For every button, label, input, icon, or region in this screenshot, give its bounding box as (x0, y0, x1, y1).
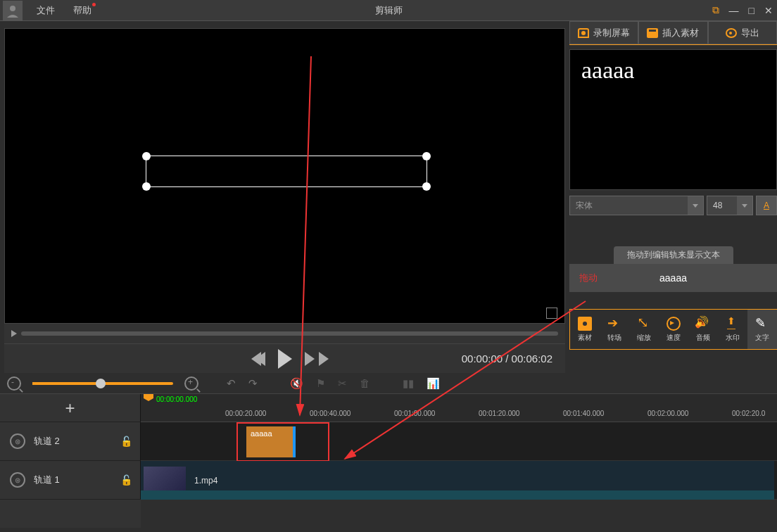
delete-icon[interactable]: 🗑 (360, 377, 370, 390)
text-input[interactable]: aaaaa (569, 49, 777, 190)
preview-area (4, 28, 565, 324)
popout-icon[interactable]: ⧉ (712, 4, 719, 16)
track-1-lane[interactable]: 1.mp4 (141, 461, 777, 500)
watermark-icon (726, 317, 740, 331)
mini-play-icon[interactable] (11, 330, 17, 337)
export-button[interactable]: 导出 (708, 21, 777, 44)
tool-text[interactable]: 文字 (747, 310, 777, 349)
undo-icon[interactable]: ↶ (227, 377, 236, 390)
cut-icon[interactable]: ✂ (338, 377, 347, 390)
zoom-in-icon[interactable]: + (184, 376, 198, 391)
tool-scale[interactable]: 缩放 (629, 310, 659, 349)
resize-handle-tl[interactable] (142, 152, 151, 160)
font-size-select[interactable]: 48 (707, 196, 753, 215)
bars-icon[interactable]: ▮▮ (403, 377, 414, 390)
resize-handle-tr[interactable] (422, 152, 431, 160)
user-avatar[interactable] (3, 1, 23, 20)
zoom-slider[interactable] (32, 382, 173, 385)
text-drag-item[interactable]: 拖动 aaaaa (569, 264, 777, 292)
text-preview-label: aaaaa (659, 272, 687, 284)
menu-file[interactable]: 文件 (37, 4, 55, 17)
rewind-button[interactable] (255, 352, 265, 366)
drag-label: 拖动 (579, 272, 598, 284)
add-track-button[interactable]: + (0, 394, 141, 422)
tool-watermark[interactable]: 水印 (718, 310, 747, 349)
redo-icon[interactable]: ↷ (248, 377, 258, 390)
text-overlay-box[interactable] (146, 156, 427, 187)
record-screen-button[interactable]: 录制屏幕 (569, 21, 638, 44)
maximize-button[interactable]: □ (749, 5, 754, 16)
tool-audio[interactable]: 音频 (688, 310, 718, 349)
mute-icon[interactable]: 🔇 (290, 377, 303, 390)
track-header-1[interactable]: ⊛ 轨道 1 🔓 (0, 461, 141, 500)
volume-icon (696, 317, 710, 331)
tool-media[interactable]: 素材 (570, 310, 600, 349)
font-color-button[interactable]: A (756, 196, 777, 215)
track-header-2[interactable]: ⊛ 轨道 2 🔓 (0, 422, 141, 461)
text-clip[interactable]: aaaaa (246, 426, 296, 457)
film-icon: ⊛ (10, 433, 25, 449)
resize-handle-br[interactable] (422, 182, 431, 191)
play-button[interactable] (278, 349, 292, 369)
close-button[interactable]: ✕ (764, 5, 773, 16)
lock-icon[interactable]: 🔓 (120, 474, 132, 486)
pencil-icon (755, 317, 769, 331)
tool-transition[interactable]: 转场 (600, 310, 629, 349)
chart-icon[interactable]: 📊 (427, 377, 440, 390)
video-clip[interactable]: 1.mp4 (141, 461, 774, 500)
playhead[interactable]: 00:00:00.000 (148, 395, 197, 403)
tool-speed[interactable]: 速度 (659, 310, 688, 349)
app-title: 剪辑师 (375, 4, 403, 17)
svg-point-0 (10, 6, 15, 11)
resize-handle-bl[interactable] (142, 182, 151, 191)
waveform (141, 484, 774, 500)
insert-media-button[interactable]: 插入素材 (638, 21, 707, 44)
scale-icon (637, 317, 651, 331)
film-icon: ⊛ (10, 472, 25, 488)
arrow-icon (607, 317, 621, 331)
zoom-out-icon[interactable]: - (7, 376, 21, 391)
minimize-button[interactable]: — (729, 5, 739, 16)
timecode-display: 00:00:00 / 00:06:02 (462, 353, 552, 365)
menu-help[interactable]: 帮助 (73, 4, 91, 17)
font-select[interactable]: 宋体 (569, 196, 704, 215)
lock-icon[interactable]: 🔓 (120, 436, 132, 447)
flag-icon[interactable]: ⚑ (316, 377, 325, 390)
timeline-ruler[interactable]: 00:00:00.000 00:00:20.000 00:00:40.000 0… (141, 394, 777, 422)
hint-tab: 拖动到编辑轨来显示文本 (614, 246, 733, 264)
fullscreen-icon[interactable] (546, 308, 557, 319)
speed-icon (667, 317, 681, 331)
track-2-lane[interactable]: aaaaa (141, 422, 777, 461)
forward-button[interactable] (305, 352, 315, 366)
seek-bar[interactable] (4, 324, 565, 343)
folder-icon (578, 317, 592, 331)
